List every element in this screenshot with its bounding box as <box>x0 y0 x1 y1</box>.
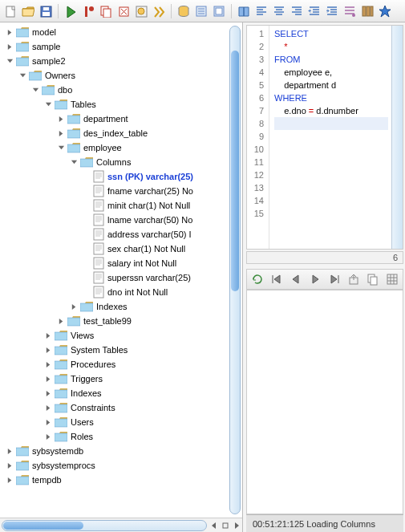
tree-row[interactable]: Procedures <box>5 357 242 372</box>
tree-row[interactable]: dbo <box>5 83 242 97</box>
tree-vertical-scrollbar[interactable] <box>229 26 241 514</box>
disclosure-closed-icon[interactable] <box>43 388 53 398</box>
disclosure-open-icon[interactable] <box>69 157 79 167</box>
tree-row[interactable]: sample <box>5 39 242 54</box>
code-line[interactable]: FROM <box>274 53 388 66</box>
grid-icon[interactable] <box>385 272 399 286</box>
tree-row[interactable]: department <box>5 112 242 126</box>
tree-horizontal-scrollbar[interactable] <box>2 520 207 531</box>
tree-row[interactable]: salary int Not Null <box>5 256 242 270</box>
tree-row[interactable]: minit char(1) Not Null <box>5 198 242 213</box>
indent-dec-icon[interactable] <box>307 4 322 18</box>
code-line[interactable]: SELECT <box>274 27 388 40</box>
tree-row[interactable]: des_index_table <box>5 126 242 140</box>
format-icon[interactable] <box>342 4 357 18</box>
tree-row[interactable]: superssn varchar(25) <box>5 270 242 285</box>
code-line[interactable]: department d <box>274 79 388 91</box>
nav-next-icon[interactable] <box>308 272 322 286</box>
sql-editor[interactable]: 123456789101112131415 SELECT *FROM emplo… <box>246 25 403 250</box>
disclosure-closed-icon[interactable] <box>56 128 66 138</box>
code-line[interactable] <box>274 194 388 207</box>
align-right-icon[interactable] <box>290 4 304 18</box>
align-left-icon[interactable] <box>254 4 269 18</box>
tree-row[interactable]: sample2 <box>5 54 242 68</box>
tree-row[interactable]: System Tables <box>5 343 242 357</box>
tree-row[interactable]: ssn (PK) varchar(25) <box>5 169 242 184</box>
tree-row[interactable]: dno int Not Null <box>5 285 242 299</box>
disclosure-closed-icon[interactable] <box>56 114 66 124</box>
tree-row[interactable]: fname varchar(25) No <box>5 184 242 198</box>
folder-open-icon[interactable] <box>21 4 35 18</box>
tree-row[interactable]: model <box>5 25 242 39</box>
disclosure-closed-icon[interactable] <box>43 345 53 355</box>
db-icon[interactable] <box>176 4 191 18</box>
disclosure-closed-icon[interactable] <box>5 446 14 456</box>
nav-first-icon[interactable] <box>269 272 284 286</box>
tree-row[interactable]: Roles <box>5 429 242 444</box>
tree-row[interactable]: sex char(1) Not Null <box>5 242 242 256</box>
code-line[interactable]: e.dno = d.dnumber <box>274 104 388 117</box>
nav-prev-icon[interactable] <box>289 272 303 286</box>
code-line[interactable] <box>274 207 388 220</box>
code-line[interactable] <box>274 143 388 156</box>
save-icon[interactable] <box>38 4 53 18</box>
disclosure-open-icon[interactable] <box>43 99 53 109</box>
disclosure-closed-icon[interactable] <box>43 417 53 427</box>
scroll-right-icon[interactable] <box>231 520 242 531</box>
tree-row[interactable]: address varchar(50) I <box>5 227 242 242</box>
disclosure-closed-icon[interactable] <box>43 403 53 412</box>
code-line[interactable]: employee e, <box>274 66 388 79</box>
sql-run-icon[interactable] <box>63 4 78 18</box>
pref2-icon[interactable] <box>212 4 226 18</box>
disclosure-closed-icon[interactable] <box>43 359 53 369</box>
tree-row[interactable]: Triggers <box>5 372 242 386</box>
new-doc-icon[interactable] <box>3 4 18 18</box>
tree-row[interactable]: Indexes <box>5 386 242 400</box>
code-line[interactable]: * <box>274 40 388 53</box>
disclosure-open-icon[interactable] <box>30 85 40 95</box>
tree-row[interactable]: Columns <box>5 155 242 169</box>
columns-icon[interactable] <box>360 4 375 18</box>
copy-icon[interactable] <box>366 272 380 286</box>
code-line[interactable] <box>274 156 388 169</box>
tree-row[interactable]: Indexes <box>5 299 242 314</box>
scroll-left-icon[interactable] <box>209 520 220 531</box>
align-center-icon[interactable] <box>272 4 286 18</box>
tree-row[interactable]: Constraints <box>5 400 242 415</box>
indent-inc-icon[interactable] <box>325 4 339 18</box>
tree-row[interactable]: Views <box>5 328 242 343</box>
disclosure-closed-icon[interactable] <box>56 316 66 326</box>
tree-row[interactable]: sybsystemdb <box>5 444 242 458</box>
tree-row[interactable]: Tables <box>5 97 242 112</box>
tree-row[interactable]: Users <box>5 415 242 429</box>
disclosure-closed-icon[interactable] <box>5 27 14 37</box>
code-line[interactable] <box>274 169 388 181</box>
sql-code[interactable]: SELECT *FROM employee e, department dWHE… <box>269 26 391 249</box>
sql-copy-icon[interactable] <box>99 4 113 18</box>
disclosure-closed-icon[interactable] <box>5 461 14 470</box>
disclosure-open-icon[interactable] <box>18 71 27 80</box>
disclosure-closed-icon[interactable] <box>43 331 53 340</box>
disclosure-closed-icon[interactable] <box>5 42 14 51</box>
sql-rollback-icon[interactable] <box>116 4 131 18</box>
tree-row[interactable]: test_table99 <box>5 314 242 328</box>
disclosure-open-icon[interactable] <box>5 56 14 66</box>
tree-row[interactable]: employee <box>5 140 242 155</box>
tree-row[interactable]: sybsystemprocs <box>5 458 242 473</box>
results-grid[interactable] <box>246 290 403 514</box>
code-line[interactable] <box>274 117 388 130</box>
sql-cancel-icon[interactable] <box>134 4 148 18</box>
sql-explain-icon[interactable] <box>152 4 166 18</box>
tree-row[interactable]: tempdb <box>5 473 242 487</box>
star-icon[interactable] <box>378 4 392 18</box>
code-line[interactable] <box>274 181 388 194</box>
code-line[interactable]: WHERE <box>274 91 388 104</box>
sql-commit-icon[interactable] <box>81 4 95 18</box>
editor-horizontal-scrollbar[interactable]: 6 <box>246 251 403 264</box>
tree-row[interactable]: Owners <box>5 68 242 83</box>
disclosure-closed-icon[interactable] <box>43 432 53 441</box>
editor-vertical-scrollbar[interactable] <box>391 26 403 249</box>
tree-row[interactable]: lname varchar(50) No <box>5 213 242 227</box>
code-line[interactable] <box>274 130 388 143</box>
db-tree[interactable]: modelsamplesample2OwnersdboTablesdepartm… <box>0 22 242 518</box>
